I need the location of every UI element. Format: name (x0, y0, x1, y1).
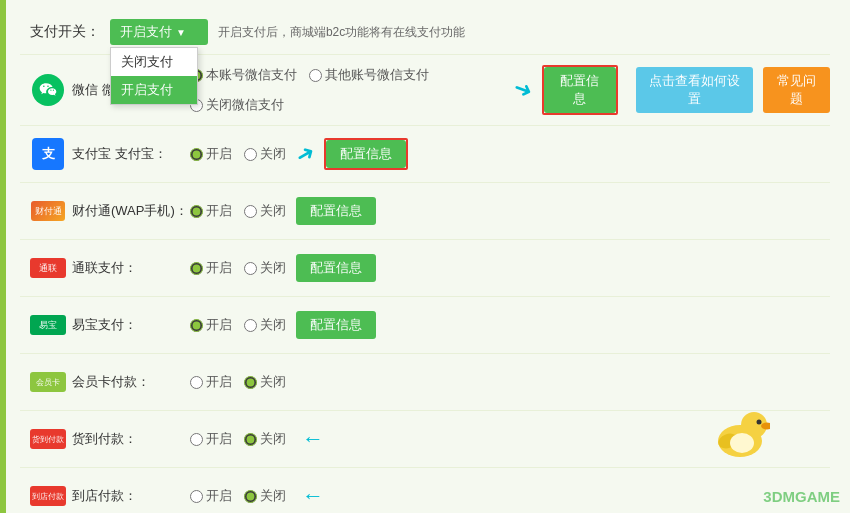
store-options: 开启 关闭 (190, 487, 286, 505)
store-row: 到店付款 到店付款： 开启 关闭 ← (20, 468, 830, 513)
option-open-pay[interactable]: 开启支付 (111, 76, 197, 104)
alipay-row: 支 支付宝 支付宝： 开启 关闭 ➜ 配置信息 (20, 126, 830, 183)
caitong-content: 开启 关闭 配置信息 (190, 197, 830, 225)
caitong-option-off[interactable]: 关闭 (244, 202, 286, 220)
member-icon: 会员卡 (30, 364, 66, 400)
yibao-title: 易宝支付： (72, 316, 137, 334)
yibao-label: 易宝 易宝支付： (30, 307, 190, 343)
unionpay-row: 通联 通联支付： 开启 关闭 配置信息 (20, 240, 830, 297)
store-content: 开启 关闭 ← (190, 483, 830, 509)
unionpay-title: 通联支付： (72, 259, 137, 277)
member-content: 开启 关闭 (190, 373, 830, 391)
caitong-options: 开启 关闭 (190, 202, 286, 220)
store-label: 到店付款 到店付款： (30, 478, 190, 513)
wechat-config-button[interactable]: 配置信息 (544, 67, 616, 113)
caitong-label: 财付通 财付通(WAP手机)： (30, 193, 190, 229)
wechat-option-close[interactable]: 关闭微信支付 (190, 96, 284, 114)
left-border-strip (0, 0, 6, 513)
delivery-title: 货到付款： (72, 430, 137, 448)
arrow-to-config-icon: ➜ (510, 75, 536, 106)
unionpay-option-on[interactable]: 开启 (190, 259, 232, 277)
store-icon: 到店付款 (30, 478, 66, 513)
payment-switch-row: 支付开关： 开启支付 ▼ 关闭支付 开启支付 开启支付后，商城端b2c功能将有在… (20, 10, 830, 55)
alipay-label: 支 支付宝 支付宝： (30, 136, 190, 172)
delivery-option-on[interactable]: 开启 (190, 430, 232, 448)
payment-dropdown-popup: 关闭支付 开启支付 (110, 47, 198, 105)
store-title: 到店付款： (72, 487, 137, 505)
delivery-row: 货到付款 货到付款： 开启 关闭 ← (20, 411, 830, 468)
delivery-option-off[interactable]: 关闭 (244, 430, 286, 448)
caitong-option-on[interactable]: 开启 (190, 202, 232, 220)
unionpay-config-button[interactable]: 配置信息 (296, 254, 376, 282)
arrow-to-alipay-config-icon: ➜ (291, 138, 320, 170)
unionpay-options: 开启 关闭 (190, 259, 286, 277)
unionpay-icon: 通联 (30, 250, 66, 286)
member-title: 会员卡付款： (72, 373, 150, 391)
wechat-faq-button[interactable]: 常见问题 (763, 67, 830, 113)
store-option-off[interactable]: 关闭 (244, 487, 286, 505)
alipay-options: 开启 关闭 (190, 145, 286, 163)
payment-switch-label: 支付开关： (30, 23, 110, 41)
store-option-on[interactable]: 开启 (190, 487, 232, 505)
yibao-config-button[interactable]: 配置信息 (296, 311, 376, 339)
option-close-pay[interactable]: 关闭支付 (111, 48, 197, 76)
yibao-row: 易宝 易宝支付： 开启 关闭 配置信息 (20, 297, 830, 354)
member-label: 会员卡 会员卡付款： (30, 364, 190, 400)
dropdown-arrow-icon: ▼ (176, 27, 186, 38)
alipay-config-button[interactable]: 配置信息 (326, 140, 406, 168)
main-container: 支付开关： 开启支付 ▼ 关闭支付 开启支付 开启支付后，商城端b2c功能将有在… (0, 0, 850, 513)
yibao-options: 开启 关闭 (190, 316, 286, 334)
wechat-option-other[interactable]: 其他账号微信支付 (309, 66, 429, 84)
wechat-options: 本账号微信支付 其他账号微信支付 关闭微信支付 (190, 66, 500, 114)
delivery-content: 开启 关闭 ← (190, 426, 830, 452)
alipay-option-on[interactable]: 开启 (190, 145, 232, 163)
caitong-row: 财付通 财付通(WAP手机)： 开启 关闭 配置信息 (20, 183, 830, 240)
payment-switch-dropdown[interactable]: 开启支付 ▼ (110, 19, 208, 45)
yibao-option-off[interactable]: 关闭 (244, 316, 286, 334)
delivery-icon: 货到付款 (30, 421, 66, 457)
delivery-options: 开启 关闭 (190, 430, 286, 448)
unionpay-label: 通联 通联支付： (30, 250, 190, 286)
store-arrow-icon: ← (302, 483, 324, 509)
member-option-on[interactable]: 开启 (190, 373, 232, 391)
yibao-option-on[interactable]: 开启 (190, 316, 232, 334)
payment-switch-hint: 开启支付后，商城端b2c功能将有在线支付功能 (218, 24, 465, 41)
payment-switch-dropdown-container[interactable]: 开启支付 ▼ 关闭支付 开启支付 (110, 19, 208, 45)
alipay-content: 开启 关闭 ➜ 配置信息 (190, 138, 830, 170)
wechat-option-own[interactable]: 本账号微信支付 (190, 66, 297, 84)
wechat-how-button[interactable]: 点击查看如何设置 (636, 67, 753, 113)
delivery-arrow-icon: ← (302, 426, 324, 452)
yibao-icon: 易宝 (30, 307, 66, 343)
watermark: 3DMGAME (763, 488, 840, 505)
alipay-config-highlight: 配置信息 (324, 138, 408, 170)
wechat-content: 本账号微信支付 其他账号微信支付 关闭微信支付 ➜ 配置信息 点击查看如何设置 … (190, 65, 830, 115)
delivery-label: 货到付款 货到付款： (30, 421, 190, 457)
member-options: 开启 关闭 (190, 373, 286, 391)
member-option-off[interactable]: 关闭 (244, 373, 286, 391)
caitong-config-button[interactable]: 配置信息 (296, 197, 376, 225)
unionpay-option-off[interactable]: 关闭 (244, 259, 286, 277)
wechat-config-highlight: 配置信息 (542, 65, 618, 115)
alipay-icon: 支 (30, 136, 66, 172)
alipay-title: 支付宝 支付宝： (72, 145, 167, 163)
alipay-option-off[interactable]: 关闭 (244, 145, 286, 163)
unionpay-content: 开启 关闭 配置信息 (190, 254, 830, 282)
member-row: 会员卡 会员卡付款： 开启 关闭 (20, 354, 830, 411)
yibao-content: 开启 关闭 配置信息 (190, 311, 830, 339)
wechat-icon (30, 72, 66, 108)
caitong-title: 财付通(WAP手机)： (72, 202, 188, 220)
caitong-icon: 财付通 (30, 193, 66, 229)
